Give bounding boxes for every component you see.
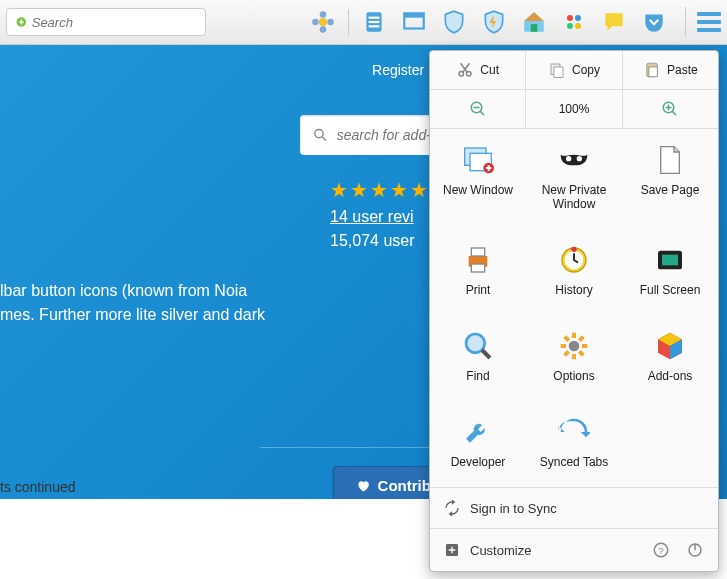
wrench-icon: [462, 416, 494, 448]
toolbar-divider: [348, 9, 349, 35]
search-icon: [312, 126, 329, 144]
flower-icon[interactable]: [308, 7, 338, 37]
paste-icon: [643, 61, 661, 79]
options-label: Options: [553, 369, 594, 383]
mask-icon: [558, 144, 590, 176]
find-label: Find: [466, 369, 489, 383]
chat-icon[interactable]: [599, 7, 629, 37]
svg-rect-9: [369, 25, 380, 27]
svg-text:?: ?: [658, 545, 664, 556]
customize-label: Customize: [470, 543, 531, 558]
svg-point-13: [567, 15, 573, 21]
shield-icon[interactable]: [439, 7, 469, 37]
developer-button[interactable]: Developer: [430, 401, 526, 487]
search-input[interactable]: [32, 15, 197, 30]
copy-icon: [548, 61, 566, 79]
svg-point-36: [571, 247, 576, 252]
power-icon[interactable]: [686, 541, 704, 559]
svg-point-29: [566, 156, 571, 161]
print-label: Print: [466, 283, 491, 297]
pocket-icon[interactable]: [639, 7, 669, 37]
svg-rect-12: [531, 24, 538, 32]
synced-tabs-label: Synced Tabs: [540, 455, 609, 469]
svg-point-5: [312, 19, 319, 26]
save-page-button[interactable]: Save Page: [622, 129, 718, 229]
heart-icon: [356, 479, 370, 493]
svg-point-15: [567, 23, 573, 29]
new-private-label: New Private Window: [530, 183, 618, 211]
register-link[interactable]: Register: [372, 62, 424, 78]
cube-icon: [654, 330, 686, 362]
svg-rect-32: [471, 248, 484, 256]
hamburger-menu-button[interactable]: [685, 7, 721, 37]
sign-in-label: Sign in to Sync: [470, 501, 557, 516]
copy-label: Copy: [572, 63, 600, 77]
sign-in-sync-button[interactable]: Sign in to Sync: [430, 487, 718, 528]
customize-button[interactable]: Customize: [444, 542, 531, 558]
cut-icon: [456, 61, 474, 79]
zoom-out-button[interactable]: [430, 90, 525, 128]
empty-slot: [622, 401, 718, 487]
save-page-icon: [654, 144, 686, 176]
cut-label: Cut: [480, 63, 499, 77]
save-page-label: Save Page: [641, 183, 700, 197]
svg-point-16: [575, 23, 581, 29]
developer-label: Developer: [451, 455, 506, 469]
zoom-in-icon: [661, 100, 679, 118]
new-window-button[interactable]: New Window: [430, 129, 526, 229]
history-button[interactable]: History: [526, 229, 622, 315]
print-button[interactable]: Print: [430, 229, 526, 315]
addons-label: Add-ons: [648, 369, 693, 383]
print-icon: [462, 244, 494, 276]
find-button[interactable]: Find: [430, 315, 526, 401]
svg-rect-11: [404, 13, 424, 17]
fullscreen-icon: [654, 244, 686, 276]
addons-button[interactable]: Add-ons: [622, 315, 718, 401]
paste-button[interactable]: Paste: [622, 51, 718, 89]
full-screen-label: Full Screen: [640, 283, 701, 297]
options-button[interactable]: Options: [526, 315, 622, 401]
plus-icon: [444, 542, 460, 558]
main-toolbar: [0, 0, 727, 45]
svg-point-4: [320, 26, 327, 33]
url-search-box[interactable]: [6, 8, 206, 36]
svg-rect-7: [369, 17, 380, 19]
svg-rect-23: [649, 67, 657, 77]
hamburger-menu-panel: Cut Copy Paste 100% New Window New Priva…: [429, 50, 719, 572]
window-icon[interactable]: [399, 7, 429, 37]
cut-button[interactable]: Cut: [430, 51, 525, 89]
help-icon[interactable]: ?: [652, 541, 670, 559]
home-icon[interactable]: [519, 7, 549, 37]
svg-point-2: [320, 11, 327, 18]
clipboard-icon[interactable]: [359, 7, 389, 37]
svg-point-14: [575, 15, 581, 21]
sync-small-icon: [444, 500, 460, 516]
history-label: History: [555, 283, 592, 297]
svg-rect-33: [471, 264, 484, 272]
palette-icon[interactable]: [559, 7, 589, 37]
menu-grid: New Window New Private Window Save Page …: [430, 129, 718, 487]
zoom-in-button[interactable]: [622, 90, 718, 128]
full-screen-button[interactable]: Full Screen: [622, 229, 718, 315]
svg-point-3: [327, 19, 334, 26]
new-window-icon: [462, 144, 494, 176]
svg-rect-8: [369, 21, 380, 23]
zoom-out-icon: [469, 100, 487, 118]
svg-rect-38: [662, 255, 678, 266]
zoom-level[interactable]: 100%: [525, 90, 621, 128]
shield-bolt-icon[interactable]: [479, 7, 509, 37]
svg-point-40: [569, 341, 580, 352]
zoom-row: 100%: [430, 90, 718, 129]
new-private-window-button[interactable]: New Private Window: [526, 129, 622, 229]
svg-point-1: [319, 18, 328, 27]
toolbar-icons: [308, 7, 721, 37]
continued-text: ts continued: [0, 477, 76, 498]
customize-row: Customize ?: [430, 528, 718, 571]
synced-tabs-button[interactable]: Synced Tabs: [526, 401, 622, 487]
new-window-label: New Window: [443, 183, 513, 197]
copy-button[interactable]: Copy: [525, 51, 621, 89]
find-icon: [462, 330, 494, 362]
svg-point-39: [466, 334, 485, 353]
svg-point-30: [577, 156, 582, 161]
clock-icon: [558, 244, 590, 276]
